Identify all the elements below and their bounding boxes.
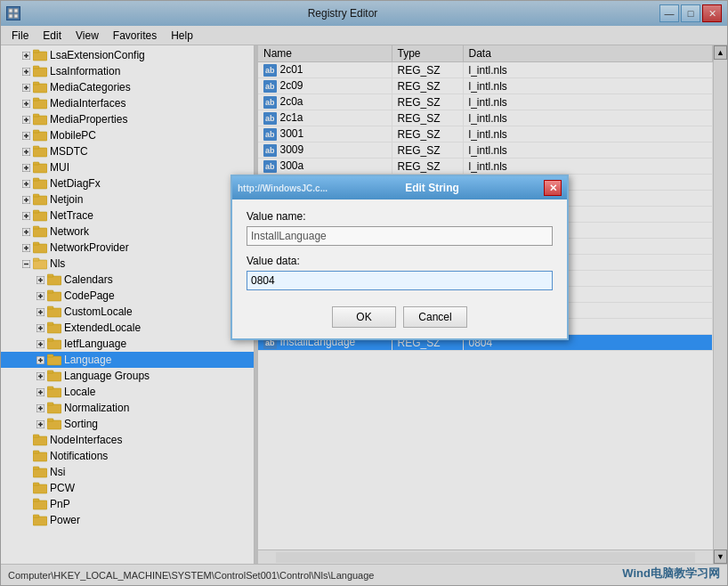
main-window: Registry Editor — □ ✕ FileEditViewFavori… [0, 0, 728, 586]
value-data-label: Value data: [247, 255, 553, 267]
dialog-title: Edit String [405, 182, 459, 194]
modal-overlay: http://WindowsJC.c... Edit String ✕ Valu… [1, 1, 727, 585]
dialog-watermark: http://WindowsJC.c... [238, 183, 328, 193]
cancel-button[interactable]: Cancel [403, 306, 467, 328]
dialog-buttons: OK Cancel [247, 306, 553, 328]
dialog-close-button[interactable]: ✕ [544, 180, 562, 196]
dialog-titlebar: http://WindowsJC.c... Edit String ✕ [232, 176, 567, 199]
value-name-input[interactable] [247, 226, 553, 246]
edit-string-dialog: http://WindowsJC.c... Edit String ✕ Valu… [231, 175, 569, 340]
ok-button[interactable]: OK [332, 306, 396, 328]
dialog-body: Value name: Value data: OK Cancel [232, 199, 567, 338]
value-name-label: Value name: [247, 210, 553, 223]
value-data-input[interactable] [247, 271, 553, 290]
